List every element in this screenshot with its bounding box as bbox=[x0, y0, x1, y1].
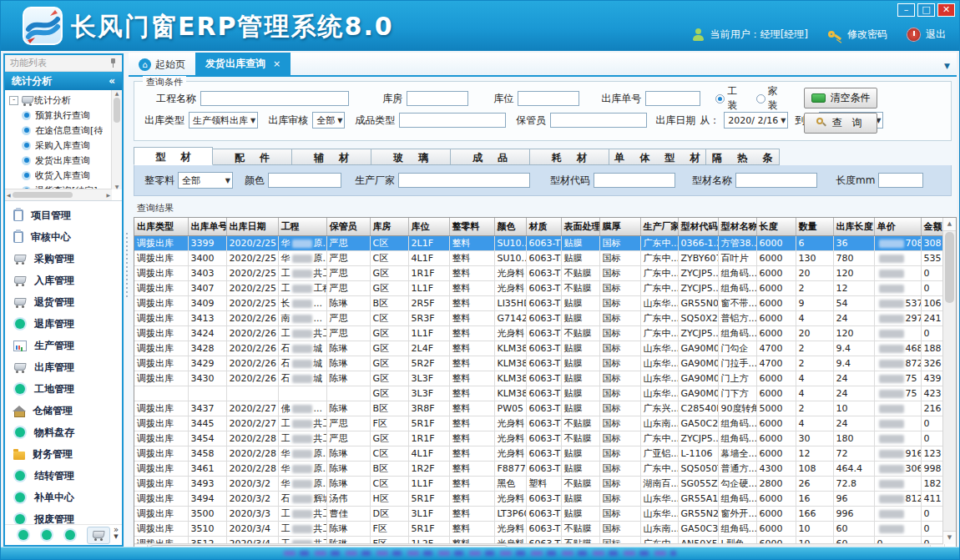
material-tab[interactable]: 成 品 bbox=[451, 149, 530, 165]
material-tab[interactable]: 配 件 bbox=[213, 149, 292, 165]
expander-icon[interactable]: - bbox=[9, 96, 18, 105]
scroll-right-icon[interactable]: ▶ bbox=[106, 192, 110, 198]
maximize-button[interactable]: □ bbox=[917, 3, 935, 17]
audit-select[interactable]: 全部▼ bbox=[312, 112, 345, 129]
column-header[interactable]: 数量 bbox=[796, 218, 833, 236]
scroll-down-icon[interactable]: ▼ bbox=[115, 184, 119, 189]
material-tab[interactable]: 玻 璃 bbox=[371, 149, 451, 165]
quick-item-icon[interactable] bbox=[42, 530, 52, 540]
table-row[interactable]: 调拨出库35002020/3/3工共工程曹佳D区3L1F整料LT3P606063… bbox=[134, 507, 944, 522]
sidebar-item[interactable]: 补单中心 bbox=[5, 487, 122, 508]
sidebar-item[interactable]: 物料盘存 bbox=[5, 421, 122, 443]
section-header[interactable]: 统计分析 « bbox=[5, 72, 122, 90]
quick-cart-button[interactable] bbox=[87, 527, 110, 544]
material-tab[interactable]: 辅 材 bbox=[292, 149, 371, 165]
whole-select[interactable]: 全部▼ bbox=[178, 172, 233, 189]
material-tab[interactable]: 耗 材 bbox=[530, 149, 609, 165]
out-type-select[interactable]: 生产领料出库▼ bbox=[189, 112, 258, 129]
column-header[interactable]: 出库日期 bbox=[226, 218, 278, 236]
sidebar-item[interactable]: 出库管理 bbox=[5, 356, 122, 378]
sidebar-item[interactable]: 财务管理 bbox=[5, 443, 122, 465]
column-header[interactable]: 出库长度 bbox=[833, 218, 874, 236]
column-header[interactable]: 保管员 bbox=[326, 218, 370, 236]
table-row[interactable]: 调拨出库34292020/2/26石城陈琳G区5R2F整料KLM38176063… bbox=[134, 356, 944, 371]
tab-home[interactable]: ⌂ 起始页 bbox=[129, 54, 195, 75]
radio-gongzhuang[interactable] bbox=[715, 94, 725, 103]
table-row[interactable]: 调拨出库34072020/2/25工工程严思G区1L1F整料光身料6063-T5… bbox=[134, 281, 944, 296]
table-row[interactable]: 调拨出库34612020/2/28华原...陈琳B区1R2F整料F8877FT6… bbox=[134, 462, 944, 477]
scroll-down-icon[interactable]: ▼ bbox=[943, 531, 956, 544]
sidebar-item[interactable]: 仓储管理 bbox=[5, 400, 122, 421]
tab-close-icon[interactable]: × bbox=[273, 58, 280, 69]
profile-name-input[interactable] bbox=[735, 173, 817, 188]
scroll-thumb[interactable] bbox=[13, 192, 73, 198]
warehouse-input[interactable] bbox=[407, 91, 468, 106]
scroll-up-icon[interactable]: ▲ bbox=[115, 90, 119, 96]
scroll-up-icon[interactable]: ▲ bbox=[943, 218, 956, 231]
sidebar-item[interactable]: 审核中心 bbox=[5, 226, 122, 248]
material-tab[interactable]: 隔 热 条 bbox=[706, 149, 780, 165]
column-header[interactable]: 型材代码 bbox=[678, 218, 718, 236]
table-row[interactable]: 调拨出库35102020/3/4工共工程陈琳F区5R1F整料光身料6063-T5… bbox=[134, 522, 944, 537]
quick-item-icon[interactable] bbox=[18, 530, 28, 540]
overflow-button[interactable]: »▼ bbox=[114, 526, 119, 541]
table-row[interactable]: 调拨出库34452020/2/27工共工程严思F区5R1F整料光身料6063-T… bbox=[134, 416, 944, 431]
column-header[interactable]: 金额 bbox=[921, 218, 944, 236]
close-button[interactable]: ✕ bbox=[937, 3, 955, 17]
tree-item[interactable]: 收货入库查询 bbox=[9, 168, 110, 183]
pin-icon[interactable] bbox=[109, 58, 117, 68]
tree-item[interactable]: 发货出库查询 bbox=[9, 153, 110, 168]
column-header[interactable]: 整零料 bbox=[449, 218, 494, 236]
table-row[interactable]: 调拨出库34932020/3/2华原...陈琳C区1L1F整料黑色塑料不贴膜国标… bbox=[134, 477, 944, 492]
quick-item-icon[interactable] bbox=[65, 530, 75, 540]
clear-conditions-button[interactable]: 清空条件 bbox=[804, 88, 877, 108]
sidebar-item[interactable]: 退库管理 bbox=[5, 313, 122, 335]
table-row[interactable]: 调拨出库34302020/2/26石城陈琳G区3L3F整料KLM38176063… bbox=[134, 371, 944, 386]
change-password-link[interactable]: 修改密码 bbox=[847, 28, 887, 42]
date-from-select[interactable]: 2020/ 2/16▼ bbox=[724, 112, 788, 129]
table-row[interactable]: 调拨出库34542020/2/28工共工程严思G区1R1F整料光身料6063-T… bbox=[134, 431, 944, 446]
column-header[interactable]: 库位 bbox=[408, 218, 449, 236]
sidebar-item[interactable]: 入库管理 bbox=[5, 270, 122, 291]
column-header[interactable]: 材质 bbox=[526, 218, 561, 236]
keeper-input[interactable] bbox=[550, 113, 647, 128]
sidebar-item[interactable]: 生产管理 bbox=[5, 335, 122, 356]
tree-vertical-scrollbar[interactable]: ▲ ▼ bbox=[111, 90, 122, 189]
tree-item[interactable]: 预算执行查询 bbox=[9, 108, 110, 123]
column-header[interactable]: 库房 bbox=[370, 218, 408, 236]
scroll-thumb[interactable] bbox=[945, 232, 954, 303]
table-row[interactable]: 调拨出库34032020/2/25工共工程严思G区1R1F整料光身料6063-T… bbox=[134, 266, 944, 281]
product-type-input[interactable] bbox=[399, 113, 506, 128]
column-header[interactable]: 型材名称 bbox=[718, 218, 756, 236]
table-row[interactable]: 调拨出库34092020/2/25长...陈琳B区2R5F整料LI35HD606… bbox=[134, 296, 944, 311]
collapse-icon[interactable]: « bbox=[109, 72, 115, 90]
column-header[interactable]: 长度 bbox=[756, 218, 796, 236]
profile-code-input[interactable] bbox=[594, 173, 675, 188]
project-name-input[interactable] bbox=[200, 91, 349, 106]
table-row[interactable]: 调拨出库34282020/2/26石城陈琳G区2L4F整料KLM38176063… bbox=[134, 341, 944, 356]
logout-link[interactable]: 退出 bbox=[926, 28, 946, 42]
tree-item[interactable]: 在途信息查询[待 bbox=[9, 123, 110, 138]
scroll-left-icon[interactable]: ◀ bbox=[7, 192, 11, 198]
scroll-thumb[interactable] bbox=[114, 98, 120, 123]
column-header[interactable]: 出库单号 bbox=[188, 218, 226, 236]
search-button[interactable]: 查 询 bbox=[804, 113, 877, 134]
tree-horizontal-scrollbar[interactable]: ◀ ▶ bbox=[5, 189, 112, 200]
grid-vertical-scrollbar[interactable]: ▲ ▼ bbox=[942, 218, 956, 544]
column-header[interactable]: 单价 bbox=[874, 218, 921, 236]
tree-item[interactable]: 采购入库查询 bbox=[9, 138, 110, 153]
sidebar-item[interactable]: 报废管理 bbox=[5, 508, 122, 524]
length-input[interactable] bbox=[878, 173, 923, 188]
column-header[interactable]: 工程 bbox=[278, 218, 326, 236]
tab-shipment-query[interactable]: 发货出库查询 × bbox=[195, 53, 291, 75]
manufacturer-input[interactable] bbox=[398, 173, 530, 188]
radio-jiazhuang[interactable] bbox=[756, 94, 765, 103]
column-header[interactable]: 颜色 bbox=[494, 218, 526, 236]
table-row[interactable]: 调拨出库34582020/2/28华原...陈琳C区4L1F整料光身料6063-… bbox=[134, 446, 944, 462]
material-tab[interactable]: 型 材 bbox=[134, 147, 213, 165]
sidebar-item[interactable]: 项目管理 bbox=[5, 204, 122, 226]
table-row[interactable]: 调拨出库34002020/2/25华原...严思C区4L1F整料SU10...6… bbox=[134, 251, 944, 266]
column-header[interactable]: 出库类型 bbox=[134, 218, 188, 236]
sidebar-item[interactable]: 采购管理 bbox=[5, 248, 122, 270]
minimize-button[interactable]: – bbox=[897, 3, 915, 17]
